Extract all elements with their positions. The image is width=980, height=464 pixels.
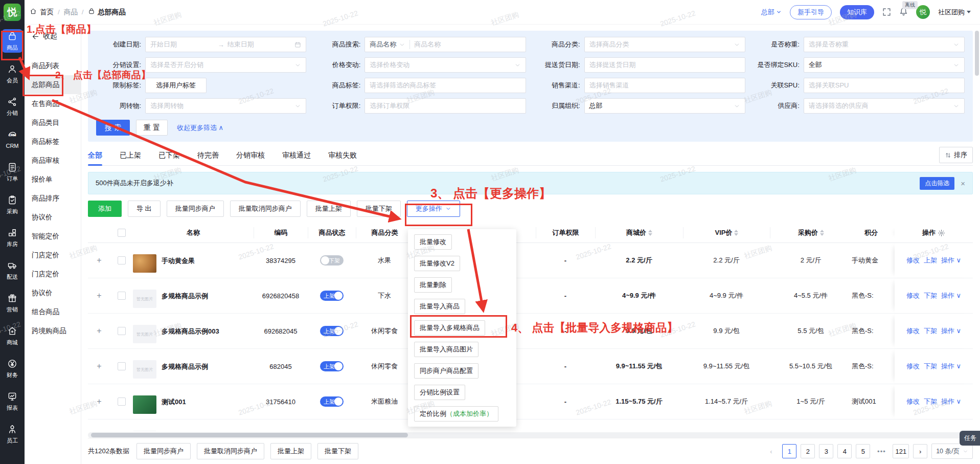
action-link-修改[interactable]: 修改 [906,256,920,265]
select-all-checkbox[interactable] [118,229,126,237]
action-link-操作[interactable]: 操作 ∨ [941,397,961,406]
input-filter[interactable]: 选择销售渠道 [584,78,745,93]
sort-button[interactable]: 排序 [939,147,973,163]
close-icon[interactable]: × [961,179,965,188]
tab-待完善[interactable]: 待完善 [197,151,219,165]
submenu-item-门店定价[interactable]: 门店定价 [25,264,81,283]
select-filter[interactable]: 总部 [584,98,745,114]
menu-item-批量导入商品图片[interactable]: 批量导入商品图片 [414,342,478,357]
input-filter[interactable]: 选择关联SPU [804,78,965,93]
page-size-select[interactable]: 10 条/页 [931,444,973,459]
search-button[interactable]: 搜 索 [96,120,130,136]
select-filter[interactable]: 选择是否开启分销 [145,57,306,73]
batch-button-导 出[interactable]: 导 出 [128,201,161,217]
action-link-上架[interactable]: 上架 [924,256,937,265]
expand-row-button[interactable]: + [97,362,101,371]
status-toggle[interactable]: 上架 [320,361,344,371]
horizontal-scrollbar[interactable] [88,432,973,438]
row-checkbox[interactable] [118,327,126,335]
sidebar-item-库房[interactable]: 库房 [2,226,22,249]
submenu-item-商品审核[interactable]: 商品审核 [25,151,81,170]
more-actions-button[interactable]: 更多操作 [407,201,460,217]
app-logo[interactable]: 悦 [4,4,21,21]
menu-item-批量导入商品[interactable]: 批量导入商品 [414,299,465,314]
select-filter[interactable]: 请选择筛选的供应商 [804,98,965,114]
action-link-下架[interactable]: 下架 [924,326,937,336]
knowledge-base-button[interactable]: 知识库 [840,5,874,19]
tab-已下架[interactable]: 已下架 [158,151,180,165]
header-purchase-price[interactable]: 采购价 [770,227,852,238]
input-filter[interactable]: 选择订单权限 [364,98,526,114]
input-filter[interactable]: 选择提送货日期 [584,57,745,73]
prev-page-button[interactable]: ‹ [764,444,778,458]
breadcrumb-item[interactable]: 首页 [40,8,54,17]
sidebar-item-会员[interactable]: 会员 [2,62,22,85]
footer-button-批量上架[interactable]: 批量上架 [270,443,311,459]
select-filter[interactable]: 选择是否称重 [804,37,965,52]
row-checkbox[interactable] [118,362,126,370]
header-mall-price[interactable]: 商城价 [595,227,683,238]
footer-button-批量取消同步商户[interactable]: 批量取消同步商户 [197,443,264,459]
row-checkbox[interactable] [118,397,126,406]
sidebar-item-商城[interactable]: 商城 [2,324,22,347]
status-toggle[interactable]: 上架 [320,291,344,301]
expand-row-button[interactable]: + [97,326,101,336]
vertical-scrollbar[interactable] [975,31,979,76]
action-link-修改[interactable]: 修改 [906,291,920,300]
menu-item-批量修改[interactable]: 批量修改 [414,234,452,250]
submenu-item-商品标签[interactable]: 商品标签 [25,132,81,151]
footer-button-批量下架[interactable]: 批量下架 [317,443,358,459]
avatar[interactable]: 悦 [916,5,930,19]
breadcrumb-item[interactable]: 商品 [64,8,78,17]
expand-row-button[interactable]: + [97,397,101,406]
batch-button-批量上架[interactable]: 批量上架 [307,201,351,217]
page-button-5[interactable]: 5 [856,444,870,458]
status-toggle[interactable]: 上架 [320,396,344,407]
select-filter[interactable]: 选择商品分类 [584,37,745,52]
reset-button[interactable]: 重 置 [136,120,168,136]
select-filter[interactable]: 选择周转物 [145,98,306,114]
submenu-item-在售商品[interactable]: 在售商品 [25,94,81,113]
sidebar-item-分销[interactable]: 分销 [2,95,22,118]
tab-审核通过[interactable]: 审核通过 [282,151,311,165]
status-toggle[interactable]: 下架 [320,255,344,266]
expand-row-button[interactable]: + [97,256,101,265]
row-checkbox[interactable] [118,256,126,264]
action-link-修改[interactable]: 修改 [906,326,920,336]
action-link-操作[interactable]: 操作 ∨ [941,362,961,371]
date-range-input[interactable]: 开始日期→结束日期 [145,37,306,52]
submenu-item-协议价[interactable]: 协议价 [25,208,81,227]
add-button[interactable]: 添加 [88,201,122,217]
next-page-button[interactable]: › [913,444,927,458]
action-link-修改[interactable]: 修改 [906,362,920,371]
sidebar-item-商品[interactable]: 商品 [2,29,22,53]
page-button-121[interactable]: 121 [893,444,909,458]
guide-button[interactable]: 新手引导 [790,5,832,19]
tag-select-button[interactable]: 选择用户标签 [145,78,207,93]
fullscreen-icon[interactable] [882,8,891,16]
tab-分销审核[interactable]: 分销审核 [236,151,265,165]
menu-item-批量修改V2[interactable]: 批量修改V2 [414,256,460,271]
action-link-下架[interactable]: 下架 [924,397,937,406]
batch-button-批量取消同步商户[interactable]: 批量取消同步商户 [230,201,301,217]
sidebar-item-配送[interactable]: 配送 [2,258,22,282]
user-menu[interactable]: 社区团购 [938,8,971,17]
collapse-sidebar-button[interactable]: 收起 [25,25,81,48]
sidebar-item-营销[interactable]: 营销 [2,291,22,315]
footer-button-批量同步商户[interactable]: 批量同步商户 [136,443,191,459]
select-filter[interactable]: 全部 [804,57,965,73]
collapse-more-filters-link[interactable]: 收起更多筛选 ∧ [177,123,223,132]
status-toggle[interactable]: 上架 [320,326,344,336]
submenu-item-商品列表[interactable]: 商品列表 [25,56,81,75]
action-link-操作[interactable]: 操作 ∨ [941,256,961,265]
sidebar-item-CRM[interactable]: CRMCRM [2,127,22,151]
notification-bell[interactable]: 离线 [899,7,908,17]
org-switcher[interactable]: 总部 [761,8,782,17]
menu-item-批量导入多规格商品[interactable]: 批量导入多规格商品 [414,320,485,336]
gear-icon[interactable] [938,229,945,237]
menu-item-分销比例设置[interactable]: 分销比例设置 [414,385,465,400]
submenu-item-商品排序[interactable]: 商品排序 [25,189,81,208]
tab-全部[interactable]: 全部 [88,151,102,165]
header-vip-price[interactable]: VIP价 [683,227,770,238]
filter-chip-button[interactable]: 点击筛选 [920,177,954,190]
